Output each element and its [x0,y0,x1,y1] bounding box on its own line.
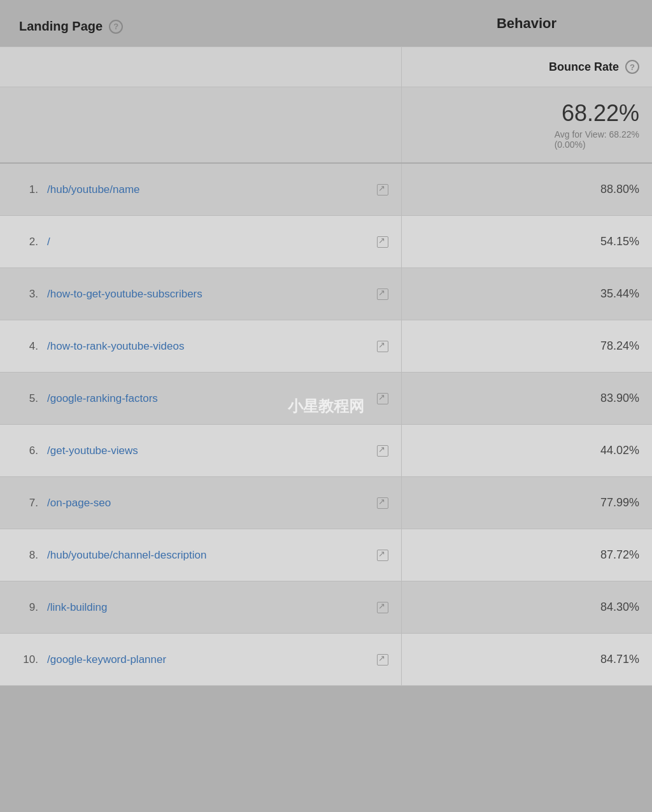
external-link-icon[interactable] [377,497,388,509]
row-link[interactable]: /how-to-get-youtube-subscribers [47,288,365,301]
row-number: 6. [19,445,38,457]
row-bounce-rate: 84.30% [401,581,652,633]
table-row: 8. /hub/youtube/channel-description 87.7… [0,529,652,581]
summary-avg-label: Avg for View: 68.22% (0.00%) [555,129,639,150]
row-link[interactable]: /hub/youtube/channel-description [47,549,365,562]
external-link-icon[interactable] [377,184,388,196]
row-left: 6. /get-youtube-views [0,425,401,476]
data-rows-container: 1. /hub/youtube/name 88.80% 2. / 54.15% … [0,164,652,686]
row-left: 5. /google-ranking-factors [0,373,401,424]
row-bounce-rate: 87.72% [401,529,652,581]
row-number: 9. [19,601,38,614]
external-link-icon[interactable] [377,393,388,404]
row-link[interactable]: /on-page-seo [47,497,365,509]
row-number: 8. [19,549,38,562]
row-link[interactable]: /get-youtube-views [47,445,365,457]
sub-header-left [0,47,401,87]
row-bounce-rate: 54.15% [401,216,652,267]
table-row: 9. /link-building 84.30% [0,581,652,634]
behavior-header: Behavior [401,0,652,46]
external-link-icon[interactable] [377,341,388,352]
row-bounce-rate: 84.71% [401,634,652,685]
table-row: 3. /how-to-get-youtube-subscribers 35.44… [0,268,652,320]
landing-page-help-icon[interactable]: ? [109,20,123,34]
row-left: 3. /how-to-get-youtube-subscribers [0,268,401,320]
table-row: 6. /get-youtube-views 44.02% [0,425,652,477]
bounce-rate-label: Bounce Rate [549,61,619,74]
bounce-rate-help-icon[interactable]: ? [625,60,639,74]
summary-left [0,87,401,162]
row-left: 1. /hub/youtube/name [0,164,401,215]
row-bounce-rate: 88.80% [401,164,652,215]
row-left: 2. / [0,216,401,267]
row-number: 10. [19,653,38,666]
summary-row: 68.22% Avg for View: 68.22% (0.00%) [0,87,652,164]
external-link-icon[interactable] [377,445,388,457]
summary-right: 68.22% Avg for View: 68.22% (0.00%) [401,87,652,162]
row-number: 5. [19,392,38,405]
row-left: 4. /how-to-rank-youtube-videos [0,320,401,372]
row-number: 7. [19,497,38,509]
row-bounce-rate: 35.44% [401,268,652,320]
row-link[interactable]: /google-keyword-planner [47,653,365,666]
row-link[interactable]: /how-to-rank-youtube-videos [47,340,365,353]
row-left: 9. /link-building [0,581,401,633]
header-top: Landing Page ? Behavior [0,0,652,46]
row-number: 2. [19,236,38,248]
row-link[interactable]: /link-building [47,601,365,614]
summary-main-value: 68.22% [562,100,639,127]
row-link[interactable]: /google-ranking-factors [47,392,365,405]
external-link-icon[interactable] [377,654,388,666]
external-link-icon[interactable] [377,550,388,561]
row-number: 3. [19,288,38,301]
landing-page-header: Landing Page ? [0,0,401,46]
row-bounce-rate: 44.02% [401,425,652,476]
row-link[interactable]: / [47,236,365,248]
table-row: 7. /on-page-seo 77.99% [0,477,652,529]
row-bounce-rate: 83.90% [401,373,652,424]
sub-header: Bounce Rate ? [0,46,652,87]
external-link-icon[interactable] [377,602,388,613]
row-left: 8. /hub/youtube/channel-description [0,529,401,581]
table-row: 2. / 54.15% [0,216,652,268]
table-row: 4. /how-to-rank-youtube-videos 78.24% [0,320,652,373]
table-row: 10. /google-keyword-planner 84.71% [0,634,652,686]
table-row: 1. /hub/youtube/name 88.80% [0,164,652,216]
bounce-rate-header: Bounce Rate ? [401,47,652,87]
external-link-icon[interactable] [377,236,388,248]
row-bounce-rate: 78.24% [401,320,652,372]
row-left: 10. /google-keyword-planner [0,634,401,685]
row-number: 4. [19,340,38,353]
behavior-label: Behavior [497,15,556,32]
row-number: 1. [19,183,38,196]
external-link-icon[interactable] [377,288,388,300]
landing-page-label: Landing Page [19,19,103,34]
row-link[interactable]: /hub/youtube/name [47,183,365,196]
row-bounce-rate: 77.99% [401,477,652,529]
row-left: 7. /on-page-seo [0,477,401,529]
table-row: 5. /google-ranking-factors 83.90% [0,373,652,425]
